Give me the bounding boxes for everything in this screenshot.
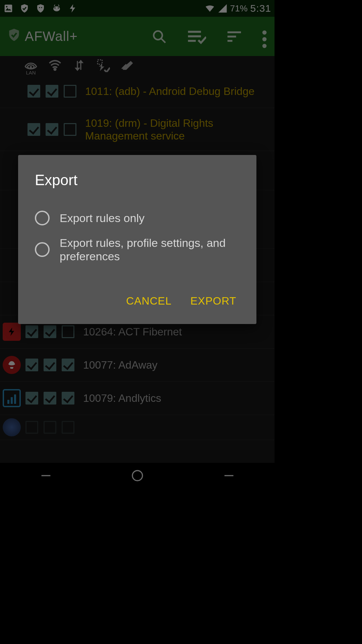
app-title: AFWall+ [7, 28, 78, 45]
checkbox-lan[interactable] [25, 421, 38, 434]
svg-point-12 [154, 31, 163, 40]
list-item[interactable]: 1011: (adb) - Android Debug Bridge [0, 75, 275, 108]
app-label: 1011: (adb) - Android Debug Bridge [85, 85, 272, 98]
overflow-icon[interactable] [261, 29, 268, 44]
dialog-title: Export [35, 172, 240, 189]
app-label: 1019: (drm) - Digital Rights Management … [85, 117, 272, 142]
select-all-icon[interactable] [187, 29, 206, 44]
checkbox-data[interactable] [62, 392, 74, 405]
list-item[interactable]: 1019: (drm) - Digital Rights Management … [0, 108, 275, 151]
svg-point-22 [262, 44, 267, 48]
back-button[interactable] [39, 469, 53, 482]
svg-point-34 [132, 471, 142, 481]
list-item[interactable]: 10077: AdAway [0, 348, 275, 382]
radio-option-rules-only[interactable]: Export rules only [35, 205, 240, 231]
wifi-column-icon [48, 59, 62, 72]
lineage-icon [52, 3, 62, 13]
checkbox-lan[interactable] [25, 359, 38, 371]
sort-icon[interactable] [226, 29, 241, 44]
app-title-text: AFWall+ [25, 29, 78, 44]
radio-icon [35, 211, 50, 225]
checkbox-data[interactable] [62, 421, 74, 434]
svg-point-7 [58, 7, 59, 9]
wifi-icon [205, 3, 215, 13]
action-bar: AFWall+ [0, 17, 275, 56]
bolt-icon [68, 3, 78, 13]
radio-label: Export rules only [60, 211, 144, 225]
svg-line-13 [161, 38, 166, 43]
export-button[interactable]: EXPORT [189, 291, 238, 311]
checkbox-wifi[interactable] [46, 123, 58, 136]
checkbox-wifi[interactable] [44, 392, 56, 405]
svg-point-2 [6, 6, 8, 8]
recent-button[interactable] [222, 469, 236, 482]
checkbox-data[interactable] [62, 325, 74, 338]
checkbox-lan[interactable] [25, 392, 38, 405]
svg-point-3 [39, 7, 40, 8]
cancel-button[interactable]: CANCEL [125, 291, 173, 311]
battery-text: 71% [230, 3, 248, 14]
app-label: 10264: ACT Fibernet [83, 325, 272, 338]
checkbox-wifi[interactable] [44, 421, 56, 434]
svg-point-25 [54, 68, 56, 70]
svg-marker-10 [70, 4, 75, 13]
svg-point-4 [41, 7, 42, 8]
clear-column-icon [121, 59, 134, 72]
svg-marker-29 [99, 64, 105, 71]
signal-icon [218, 3, 228, 13]
app-label: 10077: AdAway [83, 359, 272, 371]
radio-icon [35, 242, 50, 257]
svg-rect-28 [98, 60, 102, 64]
checkbox-lan[interactable] [25, 325, 38, 338]
list-item[interactable]: 10079: Andlytics [0, 382, 275, 415]
svg-point-23 [30, 66, 32, 68]
checkbox-lan[interactable] [27, 85, 40, 98]
checkbox-data[interactable] [64, 123, 76, 136]
svg-line-9 [58, 5, 59, 6]
column-header: LAN [0, 56, 275, 75]
svg-rect-0 [5, 5, 12, 12]
svg-point-21 [262, 37, 267, 41]
svg-text:LAN: LAN [26, 70, 36, 74]
checkbox-wifi[interactable] [46, 85, 58, 98]
checkbox-lan[interactable] [27, 123, 40, 136]
nav-bar [0, 463, 275, 488]
checkbox-wifi[interactable] [44, 325, 56, 338]
checkbox-data[interactable] [64, 85, 76, 98]
shield-icon [7, 28, 21, 45]
checkbox-wifi[interactable] [44, 359, 56, 371]
app-icon-act [3, 323, 21, 341]
app-label: 10079: Andlytics [83, 392, 272, 405]
droid-icon [36, 3, 46, 13]
lan-icon: LAN [24, 59, 38, 72]
svg-point-6 [54, 7, 56, 9]
app-icon-generic [3, 418, 21, 436]
list-item[interactable] [0, 415, 275, 440]
gallery-icon [3, 3, 13, 13]
svg-marker-32 [9, 328, 14, 336]
svg-point-5 [53, 6, 60, 11]
data-column-icon [72, 59, 86, 72]
radio-label: Export rules, profile settings, and pref… [60, 236, 240, 263]
clock-text: 5:31 [250, 3, 271, 14]
svg-point-20 [262, 30, 267, 35]
roaming-column-icon [97, 59, 110, 72]
checkbox-data[interactable] [62, 359, 74, 371]
export-dialog: Export Export rules only Export rules, p… [18, 155, 256, 324]
home-button[interactable] [131, 469, 144, 482]
search-icon[interactable] [152, 29, 167, 44]
svg-line-8 [54, 5, 55, 6]
app-icon-andlytics [3, 389, 21, 407]
svg-marker-11 [218, 4, 227, 13]
app-icon-adaway [3, 356, 21, 374]
shield-check-icon [19, 3, 29, 13]
radio-option-rules-full[interactable]: Export rules, profile settings, and pref… [35, 231, 240, 268]
status-bar: 71% 5:31 [0, 0, 275, 17]
